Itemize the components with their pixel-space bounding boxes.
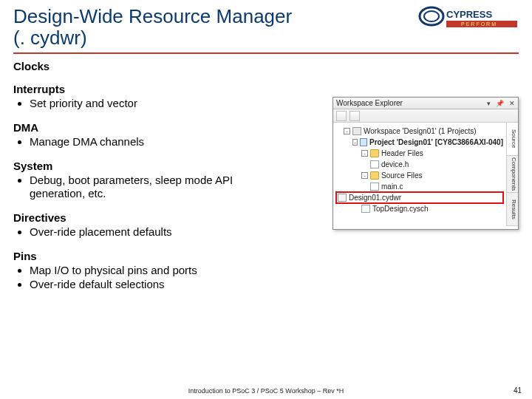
slide-content: Clocks Interrupts Set priority and vecto…: [0, 54, 532, 291]
bullet-item: Manage DMA channels: [30, 135, 279, 149]
cydwr-icon: [338, 194, 347, 202]
section-dma: DMA Manage DMA channels: [13, 121, 279, 149]
bullet-item: Over-ride placement defaults: [30, 225, 279, 239]
tree-label: Design01.cydwr: [349, 194, 401, 202]
bullet-item: Debug, boot parameters, sleep mode API g…: [30, 174, 279, 202]
file-icon: [370, 183, 379, 191]
section-heading: Pins: [13, 250, 279, 262]
section-pins: Pins Map I/O to physical pins and ports …: [13, 250, 279, 292]
close-icon[interactable]: ✕: [509, 100, 515, 107]
file-icon: [370, 160, 379, 168]
workspace-icon: [352, 127, 361, 135]
folder-icon: [370, 149, 379, 157]
tree-file[interactable]: TopDesign.cysch: [336, 203, 503, 214]
ide-vertical-tabs: Source Components Results: [506, 123, 518, 226]
tree-file-cydwr[interactable]: Design01.cydwr: [336, 192, 503, 203]
section-heading: Directives: [13, 211, 279, 224]
tree-label: Header Files: [381, 149, 423, 157]
pin-icon[interactable]: ▾: [487, 100, 491, 107]
tree-file[interactable]: device.h: [336, 159, 503, 170]
project-icon: [360, 138, 367, 146]
slide-footer: Introduction to PSoC 3 / PSoC 5 Workshop…: [0, 387, 532, 395]
bullet-item: Over-ride default selections: [30, 278, 279, 292]
ide-panel-title: Workspace Explorer: [336, 99, 403, 107]
ide-panel: Workspace Explorer ▾ 📌 ✕ - Workspace 'De…: [332, 97, 519, 230]
folder-icon: [370, 171, 379, 180]
page-number: 41: [514, 386, 522, 395]
tab-results[interactable]: Results: [507, 193, 518, 226]
section-directives: Directives Over-ride placement defaults: [13, 211, 279, 239]
collapse-icon[interactable]: -: [344, 128, 350, 134]
title-line1: Design-Wide Resource Manager: [13, 5, 292, 27]
tree-label: Workspace 'Design01' (1 Projects): [364, 127, 477, 135]
section-heading: Clocks: [13, 60, 279, 72]
section-heading: DMA: [13, 121, 279, 134]
tab-components[interactable]: Components: [507, 156, 518, 193]
section-heading: Interrupts: [13, 83, 279, 95]
slide-header: Design-Wide Resource Manager (. cydwr) C…: [0, 0, 532, 50]
tree-project[interactable]: - Project 'Design01' [CY8C3866AXI-040]: [336, 137, 503, 148]
file-icon: [361, 205, 370, 213]
bullet-item: Set priority and vector: [30, 97, 279, 111]
logo-brand: CYPRESS: [446, 9, 492, 20]
logo-tag: PERFORM: [461, 21, 497, 27]
tree-label: Project 'Design01' [CY8C3866AXI-040]: [369, 138, 503, 146]
collapse-icon[interactable]: -: [361, 150, 368, 157]
section-clocks: Clocks: [13, 60, 279, 72]
section-heading: System: [13, 160, 279, 172]
tree-file[interactable]: main.c: [336, 181, 503, 192]
tree-label: Source Files: [381, 171, 423, 180]
collapse-icon[interactable]: -: [352, 139, 358, 146]
toolbar-button[interactable]: [349, 111, 360, 121]
bullet-item: Map I/O to physical pins and ports: [30, 264, 279, 278]
tree-label: TopDesign.cysch: [372, 205, 429, 213]
project-tree[interactable]: - Workspace 'Design01' (1 Projects) - Pr…: [333, 123, 506, 226]
title-line2: (. cydwr): [13, 27, 87, 49]
svg-point-0: [420, 7, 443, 25]
tree-label: device.h: [381, 160, 409, 168]
tree-workspace[interactable]: - Workspace 'Design01' (1 Projects): [336, 126, 503, 137]
tree-label: main.c: [381, 183, 403, 191]
ide-toolbar: [333, 109, 518, 123]
collapse-icon[interactable]: -: [361, 172, 368, 179]
section-interrupts: Interrupts Set priority and vector: [13, 83, 279, 111]
tree-folder-source[interactable]: - Source Files: [336, 170, 503, 181]
ide-titlebar: Workspace Explorer ▾ 📌 ✕: [333, 98, 518, 109]
toolbar-button[interactable]: [336, 111, 347, 121]
section-system: System Debug, boot parameters, sleep mod…: [13, 160, 279, 202]
svg-point-1: [424, 11, 439, 21]
autohide-icon[interactable]: 📌: [496, 100, 504, 107]
footer-text: Introduction to PSoC 3 / PSoC 5 Workshop…: [0, 387, 532, 395]
cypress-logo: CYPRESS PERFORM: [418, 4, 522, 33]
tree-folder-header[interactable]: - Header Files: [336, 148, 503, 159]
tab-source[interactable]: Source: [507, 123, 518, 156]
